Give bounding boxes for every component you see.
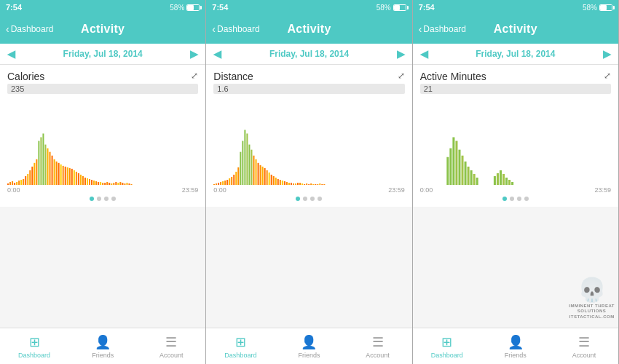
date-bar-1: ◀ Friday, Jul 18, 2014 ▶ (0, 44, 205, 65)
svg-rect-64 (229, 178, 231, 185)
svg-rect-74 (251, 150, 253, 185)
svg-rect-106 (322, 184, 323, 185)
next-date-3[interactable]: ▶ (603, 48, 611, 60)
expand-icon-2[interactable]: ⤢ (398, 71, 405, 81)
dot-3-3 (517, 197, 521, 201)
chart-section-3: Active Minutes ⤢ 21 (413, 65, 618, 207)
svg-rect-107 (324, 184, 326, 185)
svg-rect-27 (67, 167, 68, 185)
svg-rect-88 (282, 181, 283, 185)
svg-rect-68 (238, 167, 240, 185)
svg-rect-46 (109, 183, 110, 185)
svg-rect-43 (102, 183, 103, 185)
friends-label-2: Friends (298, 352, 320, 359)
svg-rect-35 (84, 178, 86, 185)
next-date-2[interactable]: ▶ (397, 48, 405, 60)
svg-rect-85 (275, 178, 277, 185)
dot-2-2 (303, 197, 307, 201)
svg-rect-58 (216, 183, 217, 185)
prev-date-3[interactable]: ◀ (420, 48, 428, 60)
svg-rect-25 (63, 166, 64, 185)
prev-date-2[interactable]: ◀ (213, 48, 221, 60)
svg-rect-56 (131, 184, 133, 185)
tab-friends-3[interactable]: 👤 Friends (481, 328, 550, 364)
svg-rect-36 (87, 178, 88, 185)
dot-1-2 (97, 197, 101, 201)
tab-bar-2: ⊞ Dashboard 👤 Friends ☰ Account (206, 328, 411, 364)
tab-friends-2[interactable]: 👤 Friends (275, 328, 343, 364)
svg-rect-67 (236, 172, 237, 185)
svg-rect-102 (313, 184, 315, 185)
svg-rect-96 (299, 183, 301, 185)
tab-dashboard-1[interactable]: ⊞ Dashboard (0, 328, 68, 364)
svg-rect-71 (245, 130, 246, 185)
status-right-1: 58% (170, 4, 200, 12)
prev-date-1[interactable]: ◀ (7, 48, 15, 60)
svg-rect-38 (91, 180, 92, 185)
back-button-3[interactable]: ‹ Dashboard (419, 24, 466, 34)
date-text-1: Friday, Jul 18, 2014 (63, 49, 143, 59)
svg-rect-111 (455, 141, 457, 186)
nav-bar-3: ‹ Dashboard Activity (413, 15, 618, 44)
svg-rect-60 (220, 182, 221, 185)
status-time-1: 7:54 (6, 3, 22, 12)
svg-rect-23 (58, 163, 60, 185)
chart-container-1 (7, 97, 198, 185)
svg-rect-105 (320, 183, 321, 185)
svg-rect-19 (50, 152, 51, 185)
back-button-1[interactable]: ‹ Dashboard (6, 24, 53, 34)
back-button-2[interactable]: ‹ Dashboard (212, 24, 259, 34)
tab-account-1[interactable]: ☰ Account (137, 328, 205, 364)
blank-area-1 (0, 207, 205, 328)
tab-account-2[interactable]: ☰ Account (344, 328, 412, 364)
svg-rect-59 (218, 183, 219, 185)
svg-rect-101 (311, 183, 312, 185)
tab-dashboard-2[interactable]: ⊞ Dashboard (206, 328, 275, 364)
svg-rect-76 (256, 159, 257, 185)
account-icon-3: ☰ (578, 334, 590, 350)
svg-rect-18 (47, 149, 48, 185)
battery-percent-2: 58% (376, 4, 391, 12)
svg-rect-123 (505, 178, 508, 185)
chart-labels-2: 0:00 23:59 (213, 186, 404, 194)
expand-icon-1[interactable]: ⤢ (191, 71, 198, 81)
svg-rect-104 (318, 184, 319, 185)
status-bar-1: 7:54 58% (0, 0, 205, 15)
tab-dashboard-3[interactable]: ⊞ Dashboard (413, 328, 481, 364)
watermark: 💀 IMMINENT THREATSOLUTIONSITSTACTICAL.CO… (569, 276, 615, 320)
account-icon-2: ☰ (372, 334, 384, 350)
next-date-1[interactable]: ▶ (190, 48, 198, 60)
pagination-dots-2 (213, 194, 404, 204)
friends-icon-3: 👤 (508, 334, 524, 350)
expand-icon-3[interactable]: ⤢ (604, 71, 611, 81)
svg-rect-50 (117, 183, 119, 185)
chart-value-2: 1.6 (213, 84, 404, 94)
svg-rect-125 (511, 182, 513, 185)
svg-rect-11 (31, 167, 33, 185)
chart-container-2 (213, 97, 404, 185)
svg-rect-13 (36, 159, 37, 185)
svg-rect-17 (44, 145, 46, 185)
nav-title-1: Activity (81, 23, 125, 36)
tab-friends-1[interactable]: 👤 Friends (68, 328, 137, 364)
tab-account-3[interactable]: ☰ Account (550, 328, 618, 364)
svg-rect-54 (126, 183, 127, 185)
friends-icon-2: 👤 (301, 334, 317, 350)
svg-rect-51 (119, 182, 121, 185)
chart-section-2: Distance ⤢ 1.6 (206, 65, 411, 207)
svg-rect-16 (42, 133, 44, 185)
svg-rect-20 (52, 156, 53, 185)
svg-rect-72 (247, 133, 248, 185)
date-bar-2: ◀ Friday, Jul 18, 2014 ▶ (206, 44, 411, 65)
svg-rect-108 (446, 157, 449, 185)
svg-rect-66 (234, 175, 235, 185)
svg-rect-8 (25, 176, 26, 185)
svg-rect-61 (222, 181, 224, 185)
svg-rect-53 (124, 183, 125, 185)
dot-1-1 (90, 197, 94, 201)
svg-rect-110 (452, 137, 454, 185)
svg-rect-28 (69, 168, 71, 185)
svg-rect-21 (54, 159, 55, 185)
svg-rect-89 (284, 181, 285, 185)
svg-rect-82 (269, 173, 270, 185)
